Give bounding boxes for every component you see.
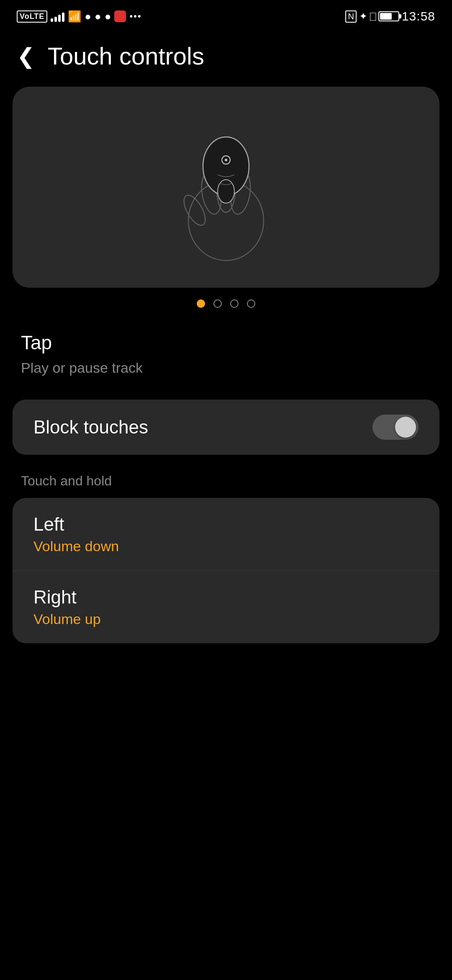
section-label: Touch and hold — [0, 462, 452, 494]
nfc-icon: N — [345, 10, 356, 23]
block-touches-toggle[interactable] — [372, 415, 419, 440]
dot-3[interactable] — [230, 299, 239, 308]
status-right: N ✦ ⎕ 13:58 — [345, 9, 435, 23]
spotify-icon: ● — [85, 10, 91, 23]
battery-icon — [378, 11, 399, 21]
dot-1[interactable] — [197, 299, 205, 308]
page-title: Touch controls — [48, 42, 204, 70]
svg-point-4 — [180, 192, 209, 228]
right-subtitle: Volume up — [33, 611, 419, 627]
signal-icon — [51, 11, 64, 22]
dot-4[interactable] — [247, 299, 255, 308]
app-icon-1 — [114, 10, 126, 22]
svg-point-8 — [225, 159, 227, 161]
illustration-card — [13, 87, 439, 288]
volte-icon: VoLTE — [17, 10, 47, 23]
wifi-icon: 📶 — [68, 10, 81, 23]
block-touches-card[interactable]: Block touches — [13, 400, 439, 455]
messenger-icon: ● — [95, 10, 101, 23]
tap-title: Tap — [21, 331, 431, 354]
time-display: 13:58 — [402, 9, 435, 23]
tap-section: Tap Play or pause track — [0, 323, 452, 393]
status-left: VoLTE 📶 ● ● ● ••• — [17, 10, 142, 23]
block-touches-label: Block touches — [33, 417, 148, 438]
left-title: Left — [33, 514, 419, 535]
pagination-dots — [0, 299, 452, 308]
vibrate-icon: ⎕ — [370, 10, 376, 22]
right-item[interactable]: Right Volume up — [13, 571, 439, 643]
tap-subtitle: Play or pause track — [21, 360, 431, 376]
back-button[interactable]: ❮ — [17, 45, 35, 67]
page-header: ❮ Touch controls — [0, 29, 452, 78]
dot-2[interactable] — [213, 299, 222, 308]
more-icon: ••• — [129, 11, 141, 22]
bluetooth-icon: ✦ — [359, 10, 367, 22]
left-item[interactable]: Left Volume down — [13, 498, 439, 571]
toggle-knob — [395, 417, 416, 438]
touch-hold-card: Left Volume down Right Volume up — [13, 498, 439, 643]
earbuds-illustration — [167, 108, 285, 267]
line-icon: ● — [105, 10, 111, 23]
status-bar: VoLTE 📶 ● ● ● ••• N ✦ ⎕ 13:58 — [0, 0, 452, 29]
right-title: Right — [33, 587, 419, 608]
left-subtitle: Volume down — [33, 538, 419, 554]
